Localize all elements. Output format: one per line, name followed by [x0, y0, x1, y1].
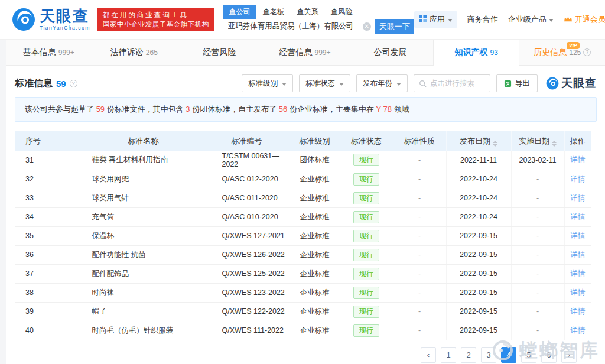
promo-line1: 都在用的商业查询工具: [103, 10, 209, 20]
cell-7: 2022-10-24: [446, 170, 511, 188]
cell-1: 31: [15, 151, 83, 170]
nav-tab-7[interactable]: 历史信息125VIP?: [519, 40, 605, 65]
cell-1: 36: [15, 245, 83, 264]
table-body: 31鞋类 再生材料利用指南T/CSTM 00631—2022团体标准现行-202…: [15, 151, 591, 340]
main-content: 标准信息 59 ? 标准级别标准状态发布年份 点击进行搜索 导出 天眼查 该公司…: [6, 66, 605, 364]
cell-6: -: [393, 226, 446, 245]
cell-2: 配件功能性 抗菌: [83, 245, 204, 264]
tianyancha-eye-icon: [12, 8, 35, 31]
summary-highlight: Y 78: [376, 105, 392, 113]
detail-link[interactable]: 详情: [570, 288, 585, 297]
sort-up-icon: [552, 141, 557, 143]
sort-icon[interactable]: [493, 141, 497, 147]
action-cell: 详情: [564, 170, 591, 188]
action-cell: 详情: [564, 151, 591, 170]
column-header-7[interactable]: 发布日期: [446, 131, 511, 151]
status-cell: 现行: [340, 170, 393, 188]
page-prev-button[interactable]: ‹: [421, 347, 436, 363]
clear-icon[interactable]: ✕: [363, 22, 371, 31]
search-tab-4[interactable]: 查风险: [324, 5, 359, 19]
filter-group: 标准级别标准状态发布年份 点击进行搜索 导出 天眼查: [242, 74, 597, 92]
nav-tab-5[interactable]: 公司发展: [347, 40, 433, 65]
cell-8: -: [511, 207, 564, 226]
crown-icon: [564, 15, 573, 24]
apps-menu[interactable]: 应用: [414, 11, 457, 28]
filter-dropdown-1[interactable]: 标准级别: [242, 74, 293, 92]
table-search-input[interactable]: 点击进行搜索: [414, 74, 490, 92]
filter-label: 标准级别: [248, 79, 278, 89]
status-cell: 现行: [340, 264, 393, 283]
status-cell: 现行: [340, 245, 393, 264]
nav-tab-label: 基本信息: [23, 47, 56, 58]
filter-dropdown-2[interactable]: 标准状态: [299, 74, 350, 92]
page-button-6[interactable]: 6: [541, 347, 557, 363]
column-header-1: 序号: [15, 131, 83, 151]
nav-tab-4[interactable]: 经营信息999+: [262, 40, 348, 65]
nav-tab-1[interactable]: 基本信息999+: [6, 40, 92, 65]
page-button-2[interactable]: 2: [461, 347, 476, 363]
enterprise-product-menu[interactable]: 企业级产品: [508, 14, 554, 25]
nav-tab-count: 125: [569, 48, 581, 57]
cell-8: -: [511, 321, 564, 340]
export-button[interactable]: 导出: [496, 74, 538, 92]
page-button-4[interactable]: 4: [501, 347, 516, 363]
cell-6: -: [393, 170, 446, 188]
detail-link[interactable]: 详情: [570, 307, 585, 316]
search-tab-1[interactable]: 查公司: [223, 5, 257, 19]
nav-tab-3[interactable]: 经营风险: [177, 40, 262, 65]
tianyancha-logo[interactable]: 天眼查 TianYanCha.com: [12, 8, 90, 31]
nav-tab-count: 999+: [315, 48, 331, 57]
cell-6: -: [393, 207, 446, 226]
status-badge: 现行: [353, 173, 379, 186]
filter-dropdown-3[interactable]: 发布年份: [356, 74, 408, 92]
help-icon[interactable]: ?: [583, 48, 591, 56]
cell-4: 企业标准: [290, 245, 340, 264]
vip-upgrade-menu[interactable]: 开通会员: [564, 14, 605, 25]
action-cell: 详情: [564, 302, 591, 321]
table-row: 36配件功能性 抗菌Q/XWES 126-2022企业标准现行-2022-09-…: [15, 245, 591, 264]
top-menu: 应用 商务合作 企业级产品 开通会员 费米: [414, 11, 605, 28]
page-next-button[interactable]: ›: [561, 347, 577, 363]
column-header-8[interactable]: 实施日期: [511, 131, 564, 151]
cell-1: 39: [15, 302, 83, 321]
table-row: 38时尚袜Q/XWES 123-2022企业标准现行-2022-09-15-详情: [15, 283, 591, 302]
nav-tab-2[interactable]: 法律诉讼265: [92, 40, 177, 65]
table-row: 40时尚毛（仿毛）针织服装Q/XWES 111-2022企业标准现行-2022-…: [15, 321, 591, 340]
nav-tab-6[interactable]: 知识产权93: [433, 40, 520, 66]
detail-link[interactable]: 详情: [570, 155, 585, 164]
cell-8: -: [511, 264, 564, 283]
page-button-3[interactable]: 3: [481, 347, 496, 363]
chevron-down-icon: [339, 83, 344, 86]
page-button-1[interactable]: 1: [441, 347, 456, 363]
tianyancha-eye-icon: [546, 77, 559, 90]
search-tab-3[interactable]: 查关系: [291, 5, 325, 19]
cell-3: T/CSTM 00631—2022: [204, 151, 290, 170]
cell-1: 38: [15, 283, 83, 302]
filter-label: 标准状态: [305, 79, 335, 89]
export-label: 导出: [515, 79, 530, 89]
detail-link[interactable]: 详情: [570, 232, 585, 240]
company-search-input[interactable]: [223, 19, 375, 34]
detail-link[interactable]: 详情: [570, 175, 585, 183]
cell-8: -: [511, 226, 564, 245]
table-search-placeholder: 点击进行搜索: [430, 79, 474, 89]
detail-link[interactable]: 详情: [570, 326, 585, 334]
detail-link[interactable]: 详情: [570, 213, 585, 221]
search-tab-2[interactable]: 查老板: [256, 5, 291, 19]
cell-7: 2022-09-15: [446, 302, 511, 321]
detail-link[interactable]: 详情: [570, 194, 585, 202]
help-icon[interactable]: ?: [70, 80, 77, 87]
page-button-5[interactable]: 5: [521, 347, 536, 363]
nav-tab-label: 历史信息: [534, 47, 567, 58]
business-cooperation-link[interactable]: 商务合作: [467, 14, 498, 25]
detail-link[interactable]: 详情: [570, 251, 585, 259]
action-cell: 详情: [564, 245, 591, 264]
nav-tab-count: 265: [146, 48, 158, 57]
cell-3: Q/XWES 111-2022: [204, 321, 290, 340]
cell-7: 2022-09-15: [446, 321, 511, 340]
cell-4: 企业标准: [290, 188, 340, 207]
detail-link[interactable]: 详情: [570, 269, 585, 278]
table-row: 33球类用气针Q/ASC 011-2020企业标准现行-2022-10-24-详…: [15, 188, 591, 207]
sort-icon[interactable]: [552, 141, 557, 147]
search-button[interactable]: 天眼一下: [375, 19, 414, 34]
